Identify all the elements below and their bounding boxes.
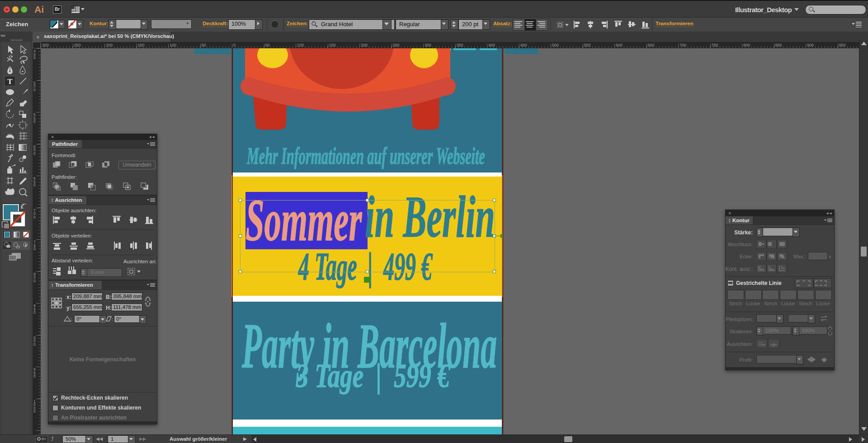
svg-text:T: T [7,77,13,86]
